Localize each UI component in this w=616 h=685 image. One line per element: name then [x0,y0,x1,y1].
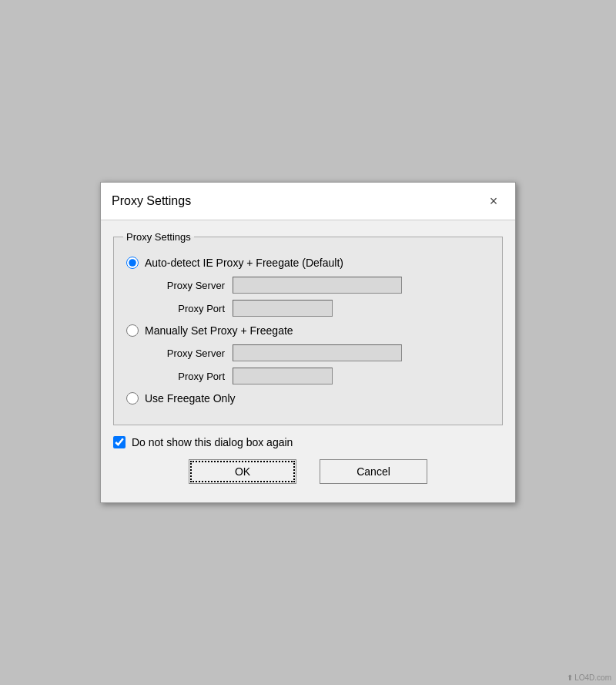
radio-auto-detect[interactable] [126,257,139,269]
do-not-show-label: Do not show this dialog box again [132,436,293,448]
close-button[interactable]: × [483,190,504,212]
auto-detect-server-label: Proxy Server [148,280,225,291]
proxy-settings-group: Proxy Settings Auto-detect IE Proxy + Fr… [113,231,503,425]
cancel-button[interactable]: Cancel [320,459,427,484]
fieldset-legend: Proxy Settings [123,231,194,243]
dialog-title: Proxy Settings [112,194,191,208]
manually-set-port-label: Proxy Port [148,371,225,382]
manually-set-server-label: Proxy Server [148,348,225,359]
manually-set-port-input[interactable] [233,368,333,384]
do-not-show-row: Do not show this dialog box again [113,436,503,448]
radio-label-freegate-only: Use Freegate Only [145,392,236,405]
watermark-text: LO4D.com [574,673,611,682]
auto-detect-fields: Proxy Server Proxy Port [148,277,490,317]
ok-button[interactable]: OK [189,459,296,484]
watermark-icon: ⬆ [567,673,573,682]
auto-detect-server-input[interactable] [233,277,402,294]
auto-detect-port-label: Proxy Port [148,303,225,314]
radio-freegate-only[interactable] [126,392,139,405]
auto-detect-port-row: Proxy Port [148,300,490,317]
title-bar: Proxy Settings × [101,183,515,220]
proxy-settings-dialog: Proxy Settings × Proxy Settings Auto-det… [100,182,516,503]
radio-label-manually-set: Manually Set Proxy + Freegate [145,324,293,337]
watermark: ⬆ LO4D.com [567,673,611,682]
do-not-show-checkbox[interactable] [113,436,126,448]
manually-set-server-input[interactable] [233,344,402,361]
button-row: OK Cancel [113,459,503,492]
manually-set-port-row: Proxy Port [148,368,490,384]
auto-detect-port-input[interactable] [233,300,333,317]
dialog-content: Proxy Settings Auto-detect IE Proxy + Fr… [101,220,515,502]
radio-row-freegate-only: Use Freegate Only [126,392,490,405]
manually-set-server-row: Proxy Server [148,344,490,361]
radio-label-auto-detect: Auto-detect IE Proxy + Freegate (Default… [145,257,343,269]
manually-set-fields: Proxy Server Proxy Port [148,344,490,384]
radio-row-auto-detect: Auto-detect IE Proxy + Freegate (Default… [126,257,490,269]
auto-detect-server-row: Proxy Server [148,277,490,294]
radio-row-manually-set: Manually Set Proxy + Freegate [126,324,490,337]
radio-manually-set[interactable] [126,324,139,337]
